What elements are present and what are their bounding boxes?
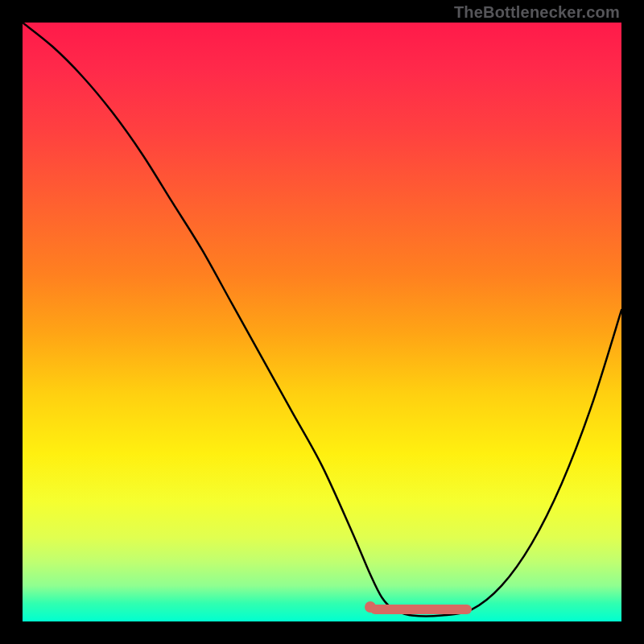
plot-area <box>23 23 621 621</box>
optimal-band <box>370 605 472 614</box>
chart-container: TheBottlenecker.com <box>0 0 644 644</box>
attribution-label: TheBottlenecker.com <box>454 3 620 22</box>
bottleneck-curve-path <box>23 23 621 617</box>
curve-svg <box>23 23 621 621</box>
